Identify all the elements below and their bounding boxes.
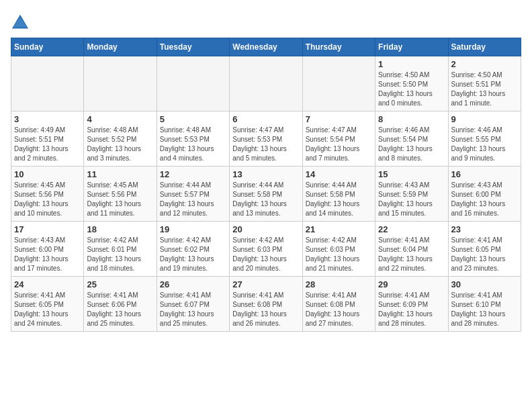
weekday-header: Tuesday: [157, 38, 229, 56]
day-number: 6: [232, 114, 299, 124]
day-info: Sunrise: 4:42 AM Sunset: 6:03 PM Dayligh…: [232, 236, 299, 273]
day-info: Sunrise: 4:41 AM Sunset: 6:10 PM Dayligh…: [451, 291, 518, 328]
day-number: 2: [451, 59, 518, 69]
day-info: Sunrise: 4:48 AM Sunset: 5:52 PM Dayligh…: [87, 126, 153, 163]
day-info: Sunrise: 4:41 AM Sunset: 6:04 PM Dayligh…: [378, 236, 445, 273]
day-info: Sunrise: 4:42 AM Sunset: 6:02 PM Dayligh…: [160, 236, 226, 273]
day-number: 18: [87, 224, 153, 234]
calendar-week-row: 10Sunrise: 4:45 AM Sunset: 5:56 PM Dayli…: [11, 167, 521, 222]
day-info: Sunrise: 4:47 AM Sunset: 5:54 PM Dayligh…: [306, 126, 372, 163]
day-number: 17: [14, 224, 81, 234]
weekday-header: Thursday: [302, 38, 375, 56]
day-number: 26: [160, 279, 226, 289]
calendar-cell: 18Sunrise: 4:42 AM Sunset: 6:01 PM Dayli…: [84, 222, 157, 277]
calendar-cell: 10Sunrise: 4:45 AM Sunset: 5:56 PM Dayli…: [11, 167, 84, 222]
day-number: 16: [451, 169, 518, 179]
calendar-cell: 9Sunrise: 4:46 AM Sunset: 5:55 PM Daylig…: [448, 111, 521, 167]
calendar-table: SundayMondayTuesdayWednesdayThursdayFrid…: [11, 38, 521, 332]
day-info: Sunrise: 4:45 AM Sunset: 5:56 PM Dayligh…: [14, 181, 81, 218]
calendar-cell: 30Sunrise: 4:41 AM Sunset: 6:10 PM Dayli…: [448, 277, 521, 332]
calendar-cell: 1Sunrise: 4:50 AM Sunset: 5:50 PM Daylig…: [375, 56, 448, 111]
calendar-cell: 21Sunrise: 4:42 AM Sunset: 6:03 PM Dayli…: [302, 222, 375, 277]
day-info: Sunrise: 4:44 AM Sunset: 5:58 PM Dayligh…: [232, 181, 299, 218]
calendar-cell: 11Sunrise: 4:45 AM Sunset: 5:56 PM Dayli…: [84, 167, 157, 222]
logo-icon: [11, 13, 30, 32]
day-number: 23: [451, 224, 518, 234]
calendar-cell: [11, 56, 84, 111]
day-number: 1: [378, 59, 445, 69]
calendar-cell: [84, 56, 157, 111]
day-number: 12: [160, 169, 226, 179]
day-number: 4: [87, 114, 153, 124]
calendar-cell: 20Sunrise: 4:42 AM Sunset: 6:03 PM Dayli…: [230, 222, 302, 277]
day-info: Sunrise: 4:50 AM Sunset: 5:50 PM Dayligh…: [378, 71, 445, 108]
calendar-cell: 25Sunrise: 4:41 AM Sunset: 6:06 PM Dayli…: [84, 277, 157, 332]
calendar-cell: 7Sunrise: 4:47 AM Sunset: 5:54 PM Daylig…: [302, 111, 375, 167]
calendar-cell: 13Sunrise: 4:44 AM Sunset: 5:58 PM Dayli…: [230, 167, 302, 222]
day-info: Sunrise: 4:43 AM Sunset: 6:00 PM Dayligh…: [14, 236, 81, 273]
calendar-cell: [230, 56, 302, 111]
day-info: Sunrise: 4:43 AM Sunset: 5:59 PM Dayligh…: [378, 181, 445, 218]
day-number: 24: [14, 279, 81, 289]
day-info: Sunrise: 4:41 AM Sunset: 6:06 PM Dayligh…: [87, 291, 153, 328]
calendar-cell: [157, 56, 229, 111]
day-number: 3: [14, 114, 81, 124]
calendar-cell: 2Sunrise: 4:50 AM Sunset: 5:51 PM Daylig…: [448, 56, 521, 111]
day-info: Sunrise: 4:46 AM Sunset: 5:54 PM Dayligh…: [378, 126, 445, 163]
weekday-header: Sunday: [11, 38, 84, 56]
day-info: Sunrise: 4:48 AM Sunset: 5:53 PM Dayligh…: [160, 126, 226, 163]
day-number: 8: [378, 114, 445, 124]
page-header: [11, 11, 521, 32]
calendar-cell: 28Sunrise: 4:41 AM Sunset: 6:08 PM Dayli…: [302, 277, 375, 332]
day-info: Sunrise: 4:45 AM Sunset: 5:56 PM Dayligh…: [87, 181, 153, 218]
day-info: Sunrise: 4:46 AM Sunset: 5:55 PM Dayligh…: [451, 126, 518, 163]
day-number: 19: [160, 224, 226, 234]
day-number: 11: [87, 169, 153, 179]
day-info: Sunrise: 4:42 AM Sunset: 6:01 PM Dayligh…: [87, 236, 153, 273]
day-number: 22: [378, 224, 445, 234]
calendar-week-row: 17Sunrise: 4:43 AM Sunset: 6:00 PM Dayli…: [11, 222, 521, 277]
day-info: Sunrise: 4:41 AM Sunset: 6:05 PM Dayligh…: [451, 236, 518, 273]
calendar-week-row: 24Sunrise: 4:41 AM Sunset: 6:05 PM Dayli…: [11, 277, 521, 332]
weekday-header: Monday: [84, 38, 157, 56]
day-number: 25: [87, 279, 153, 289]
day-number: 10: [14, 169, 81, 179]
calendar-cell: 23Sunrise: 4:41 AM Sunset: 6:05 PM Dayli…: [448, 222, 521, 277]
day-info: Sunrise: 4:41 AM Sunset: 6:08 PM Dayligh…: [306, 291, 372, 328]
svg-marker-1: [13, 17, 28, 28]
day-number: 29: [378, 279, 445, 289]
calendar-cell: 24Sunrise: 4:41 AM Sunset: 6:05 PM Dayli…: [11, 277, 84, 332]
day-info: Sunrise: 4:50 AM Sunset: 5:51 PM Dayligh…: [451, 71, 518, 108]
day-info: Sunrise: 4:41 AM Sunset: 6:09 PM Dayligh…: [378, 291, 445, 328]
calendar-week-row: 1Sunrise: 4:50 AM Sunset: 5:50 PM Daylig…: [11, 56, 521, 111]
day-number: 7: [306, 114, 372, 124]
day-info: Sunrise: 4:41 AM Sunset: 6:08 PM Dayligh…: [232, 291, 299, 328]
day-info: Sunrise: 4:49 AM Sunset: 5:51 PM Dayligh…: [14, 126, 81, 163]
day-number: 28: [306, 279, 372, 289]
calendar-cell: 26Sunrise: 4:41 AM Sunset: 6:07 PM Dayli…: [157, 277, 229, 332]
calendar-cell: 4Sunrise: 4:48 AM Sunset: 5:52 PM Daylig…: [84, 111, 157, 167]
day-number: 5: [160, 114, 226, 124]
weekday-header: Friday: [375, 38, 448, 56]
weekday-header-row: SundayMondayTuesdayWednesdayThursdayFrid…: [11, 38, 521, 56]
calendar-cell: 3Sunrise: 4:49 AM Sunset: 5:51 PM Daylig…: [11, 111, 84, 167]
calendar-cell: 12Sunrise: 4:44 AM Sunset: 5:57 PM Dayli…: [157, 167, 229, 222]
calendar-cell: 19Sunrise: 4:42 AM Sunset: 6:02 PM Dayli…: [157, 222, 229, 277]
day-info: Sunrise: 4:47 AM Sunset: 5:53 PM Dayligh…: [232, 126, 299, 163]
weekday-header: Saturday: [448, 38, 521, 56]
calendar-cell: 16Sunrise: 4:43 AM Sunset: 6:00 PM Dayli…: [448, 167, 521, 222]
day-number: 27: [232, 279, 299, 289]
calendar-cell: 29Sunrise: 4:41 AM Sunset: 6:09 PM Dayli…: [375, 277, 448, 332]
day-info: Sunrise: 4:41 AM Sunset: 6:05 PM Dayligh…: [14, 291, 81, 328]
day-number: 30: [451, 279, 518, 289]
day-number: 14: [306, 169, 372, 179]
day-info: Sunrise: 4:41 AM Sunset: 6:07 PM Dayligh…: [160, 291, 226, 328]
day-info: Sunrise: 4:42 AM Sunset: 6:03 PM Dayligh…: [306, 236, 372, 273]
logo: [11, 13, 32, 32]
day-number: 21: [306, 224, 372, 234]
day-number: 13: [232, 169, 299, 179]
day-number: 20: [232, 224, 299, 234]
calendar-cell: 14Sunrise: 4:44 AM Sunset: 5:58 PM Dayli…: [302, 167, 375, 222]
day-number: 9: [451, 114, 518, 124]
day-info: Sunrise: 4:44 AM Sunset: 5:58 PM Dayligh…: [306, 181, 372, 218]
